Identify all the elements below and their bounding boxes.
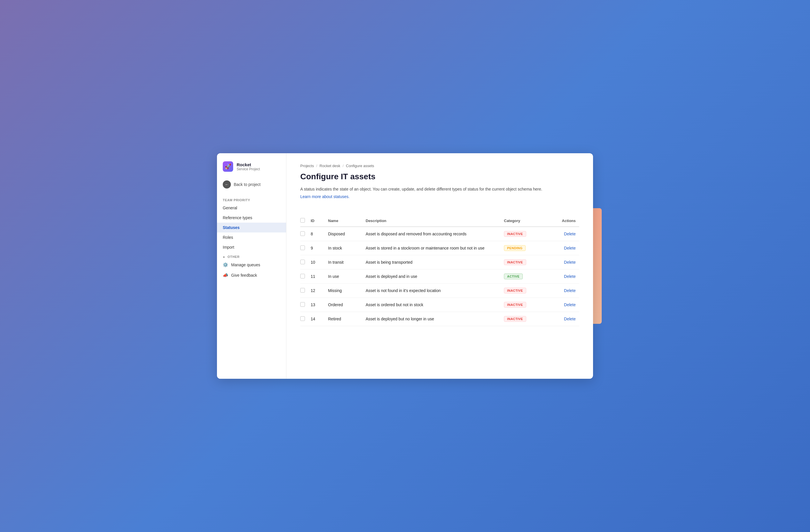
select-all-checkbox[interactable] [300, 218, 305, 222]
learn-more-link[interactable]: Learn more about statuses. [300, 194, 350, 199]
table-row: 10 In transit Asset is being transported… [300, 255, 579, 269]
breadcrumb-sep-1: / [316, 164, 317, 168]
page-description: A status indicates the state of an objec… [300, 186, 579, 192]
row-checkbox-cell [300, 255, 311, 269]
row-id: 12 [311, 284, 328, 298]
status-badge: ACTIVE [504, 273, 523, 279]
sidebar-item-roles-label: Roles [223, 235, 233, 240]
row-category: INACTIVE [504, 298, 550, 312]
col-header-checkbox [300, 215, 311, 227]
manage-queues-icon: ⚙️ [223, 262, 228, 267]
delete-button-2[interactable]: Delete [564, 260, 576, 265]
col-header-category: Category [504, 215, 550, 227]
row-id: 8 [311, 227, 328, 241]
row-actions: Delete [550, 255, 579, 269]
row-checkbox-2[interactable] [300, 260, 305, 264]
row-checkbox-6[interactable] [300, 316, 305, 321]
sidebar-item-general-label: General [223, 205, 237, 210]
row-id: 9 [311, 241, 328, 255]
row-category: ACTIVE [504, 269, 550, 284]
row-actions: Delete [550, 227, 579, 241]
row-actions: Delete [550, 241, 579, 255]
row-checkbox-cell [300, 298, 311, 312]
sidebar-item-roles[interactable]: Roles [217, 232, 286, 242]
row-checkbox-cell [300, 284, 311, 298]
row-checkbox-5[interactable] [300, 302, 305, 307]
row-checkbox-1[interactable] [300, 246, 305, 250]
row-description: Asset is being transported [366, 255, 504, 269]
breadcrumb-rocket-desk: Rocket desk [320, 164, 340, 168]
sidebar-item-statuses[interactable]: Statuses [217, 222, 286, 232]
sidebar-item-manage-queues-label: Manage queues [231, 263, 260, 267]
col-header-name: Name [328, 215, 366, 227]
give-feedback-icon: 📣 [223, 273, 228, 278]
sidebar-item-general[interactable]: General [217, 203, 286, 213]
row-name: Missing [328, 284, 366, 298]
status-badge: INACTIVE [504, 288, 526, 294]
row-checkbox-cell [300, 241, 311, 255]
row-checkbox-4[interactable] [300, 288, 305, 293]
back-icon: ← [223, 180, 231, 188]
row-checkbox-3[interactable] [300, 274, 305, 279]
page-title: Configure IT assets [300, 172, 579, 181]
row-category: INACTIVE [504, 227, 550, 241]
sidebar-item-manage-queues[interactable]: ⚙️ Manage queues [217, 260, 286, 270]
row-checkbox-cell [300, 227, 311, 241]
delete-button-4[interactable]: Delete [564, 288, 576, 293]
row-name: In use [328, 269, 366, 284]
status-badge: INACTIVE [504, 316, 526, 322]
sidebar-item-give-feedback-label: Give feedback [231, 273, 257, 278]
delete-button-5[interactable]: Delete [564, 302, 576, 307]
delete-button-0[interactable]: Delete [564, 232, 576, 236]
brand-text: Rocket Service Project [237, 162, 260, 171]
table-row: 14 Retired Asset is deployed but no long… [300, 312, 579, 326]
row-checkbox-0[interactable] [300, 231, 305, 236]
sidebar-item-reference-types[interactable]: Reference types [217, 213, 286, 222]
status-badge: INACTIVE [504, 259, 526, 265]
row-description: Asset is deployed and in use [366, 269, 504, 284]
status-badge: PENDING [504, 245, 525, 251]
row-category: INACTIVE [504, 284, 550, 298]
delete-button-1[interactable]: Delete [564, 246, 576, 250]
other-section-collapse[interactable]: ► OTHER [217, 252, 286, 260]
status-badge: INACTIVE [504, 231, 526, 237]
col-header-actions: Actions [550, 215, 579, 227]
row-description: Asset is disposed and removed from accou… [366, 227, 504, 241]
row-description: Asset is stored in a stockroom or mainte… [366, 241, 504, 255]
table-row: 13 Ordered Asset is ordered but not in s… [300, 298, 579, 312]
back-to-project-button[interactable]: ← Back to project [217, 178, 286, 192]
collapse-arrow-icon: ► [223, 255, 226, 259]
row-checkbox-cell [300, 312, 311, 326]
row-actions: Delete [550, 284, 579, 298]
row-name: Ordered [328, 298, 366, 312]
row-description: Asset is ordered but not in stock [366, 298, 504, 312]
row-actions: Delete [550, 298, 579, 312]
sidebar-item-reference-types-label: Reference types [223, 215, 252, 220]
col-header-id: ID [311, 215, 328, 227]
sidebar: 🚀 Rocket Service Project ← Back to proje… [217, 153, 287, 379]
row-actions: Delete [550, 312, 579, 326]
sidebar-item-give-feedback[interactable]: 📣 Give feedback [217, 270, 286, 280]
sidebar-item-statuses-label: Statuses [223, 225, 240, 230]
row-category: INACTIVE [504, 312, 550, 326]
breadcrumb-configure-assets: Configure assets [346, 164, 374, 168]
row-id: 11 [311, 269, 328, 284]
row-description: Asset is not found in it's expected loca… [366, 284, 504, 298]
table-row: 11 In use Asset is deployed and in use A… [300, 269, 579, 284]
delete-button-6[interactable]: Delete [564, 317, 576, 321]
table-row: 12 Missing Asset is not found in it's ex… [300, 284, 579, 298]
breadcrumb: Projects / Rocket desk / Configure asset… [300, 164, 579, 168]
sidebar-item-import[interactable]: Import [217, 242, 286, 252]
row-category: PENDING [504, 241, 550, 255]
breadcrumb-sep-2: / [342, 164, 344, 168]
other-section-label: OTHER [228, 255, 240, 259]
row-id: 13 [311, 298, 328, 312]
main-content: Projects / Rocket desk / Configure asset… [287, 153, 593, 379]
assets-table: ID Name Description Category Actions 8 D… [300, 215, 579, 326]
brand-logo: 🚀 [223, 161, 233, 172]
row-id: 14 [311, 312, 328, 326]
app-card: 🚀 Rocket Service Project ← Back to proje… [217, 153, 593, 379]
outer-container: 🚀 Rocket Service Project ← Back to proje… [217, 153, 593, 379]
table-row: 8 Disposed Asset is disposed and removed… [300, 227, 579, 241]
delete-button-3[interactable]: Delete [564, 274, 576, 279]
